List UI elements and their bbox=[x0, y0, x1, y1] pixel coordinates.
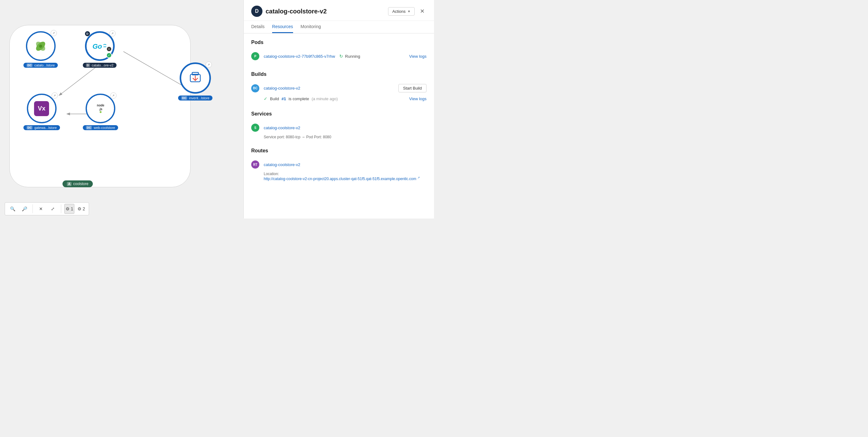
build-info: ✓ Build #1 is complete (a minute ago) Vi… bbox=[251, 95, 427, 102]
pod-view-logs[interactable]: View logs bbox=[409, 54, 427, 59]
topology-canvas: ↗ DC catalo...lstore ↗ ✓ ⊙ D bbox=[0, 0, 243, 218]
go-github-badge: ⊙ bbox=[106, 46, 112, 52]
pod-row: P catalog-coolstore-v2-77b9f7c865-v7rhw … bbox=[251, 49, 427, 63]
external-link-icon: ↗ bbox=[417, 176, 420, 179]
external-link-nodejs[interactable]: ↗ bbox=[110, 92, 117, 99]
external-link-invent[interactable]: ↗ bbox=[206, 62, 212, 68]
vertx-icon: Vx bbox=[34, 101, 49, 116]
svg-point-12 bbox=[100, 111, 101, 113]
detail-panel: D catalog-coolstore-v2 Actions ▼ ✕ Detai… bbox=[243, 0, 434, 218]
pods-section: Pods P catalog-coolstore-v2-77b9f7c865-v… bbox=[251, 40, 427, 63]
detail-content: Pods P catalog-coolstore-v2-77b9f7c865-v… bbox=[244, 33, 434, 218]
external-link-go[interactable]: ↗ bbox=[110, 30, 116, 36]
chevron-down-icon: ▼ bbox=[407, 10, 410, 13]
pod-link[interactable]: catalog-coolstore-v2-77b9f7c865-v7rhw bbox=[264, 54, 335, 59]
route-link[interactable]: catalog-coolstore-v2 bbox=[264, 162, 300, 167]
tab-details[interactable]: Details bbox=[251, 21, 265, 33]
filter1-button[interactable]: ⚙ 1 bbox=[64, 204, 74, 214]
start-build-button[interactable]: Start Build bbox=[398, 84, 427, 92]
routes-title: Routes bbox=[251, 148, 427, 154]
svg-text:Go: Go bbox=[92, 42, 102, 50]
header-right: Actions ▼ ✕ bbox=[388, 7, 427, 15]
node-invent[interactable]: ↗ DC invent...lstore bbox=[178, 62, 213, 101]
page-title: catalog-coolstore-v2 bbox=[266, 8, 327, 15]
build-row: BC catalog-coolstore-v2 Start Build bbox=[251, 81, 427, 95]
service-detail: Service port: 8080-tcp → Pod Port: 8080 bbox=[251, 135, 427, 139]
build-check-icon: ✓ bbox=[264, 96, 268, 101]
app-label[interactable]: A coolstore bbox=[62, 180, 93, 187]
node-spring-label: DC catalo...lstore bbox=[24, 63, 58, 68]
node-invent-label: DC invent...lstore bbox=[178, 96, 213, 101]
build-view-logs[interactable]: View logs bbox=[409, 96, 427, 101]
svg-point-6 bbox=[39, 45, 42, 48]
builds-title: Builds bbox=[251, 71, 427, 77]
pod-icon: P bbox=[251, 52, 259, 60]
go-d-badge: D bbox=[85, 31, 90, 36]
topology-toolbar: 🔍 🔎 ✕ ⤢ ⚙ 1 ⚙ 2 bbox=[5, 202, 89, 215]
routes-section: Routes RT catalog-coolstore-v2 Location:… bbox=[251, 148, 427, 181]
external-link-vertx[interactable]: ↗ bbox=[52, 92, 58, 99]
route-url-link[interactable]: http://catalog-coolstore-v2-cn-project20… bbox=[264, 177, 416, 181]
close-button[interactable]: ✕ bbox=[418, 7, 427, 15]
services-section: Services S catalog-coolstore-v2 Service … bbox=[251, 111, 427, 139]
running-icon: ↻ bbox=[339, 54, 343, 59]
pods-title: Pods bbox=[251, 40, 427, 45]
node-go-label: D catalo...ore-v2 bbox=[83, 63, 117, 68]
route-location: Location: http://catalog-coolstore-v2-cn… bbox=[251, 172, 427, 181]
zoom-out-button[interactable]: 🔎 bbox=[19, 204, 29, 214]
tab-resources[interactable]: Resources bbox=[272, 21, 293, 33]
actions-button[interactable]: Actions ▼ bbox=[388, 7, 415, 15]
tab-monitoring[interactable]: Monitoring bbox=[301, 21, 321, 33]
bc-icon: BC bbox=[251, 84, 259, 92]
service-icon: S bbox=[251, 124, 259, 132]
service-link[interactable]: catalog-coolstore-v2 bbox=[264, 126, 300, 130]
build-number[interactable]: #1 bbox=[281, 96, 286, 101]
node-go[interactable]: ↗ ✓ ⊙ D Go D catalo...ore-v2 bbox=[83, 31, 117, 68]
zoom-in-button[interactable]: 🔍 bbox=[7, 204, 18, 214]
nodejs-icon: node .js bbox=[92, 100, 109, 117]
detail-icon: D bbox=[251, 6, 262, 17]
builds-section: Builds BC catalog-coolstore-v2 Start Bui… bbox=[251, 71, 427, 102]
topology-panel: ↗ DC catalo...lstore ↗ ✓ ⊙ D bbox=[0, 0, 243, 218]
node-nodejs[interactable]: ↗ node .js DC web-coolstore bbox=[83, 94, 118, 130]
node-spring[interactable]: ↗ DC catalo...lstore bbox=[24, 31, 58, 68]
go-status-badge: ✓ bbox=[106, 53, 112, 58]
svg-text:.js: .js bbox=[99, 107, 102, 111]
node-vertx[interactable]: ↗ Vx DC gatewa...lstore bbox=[24, 94, 60, 130]
node-nodejs-label: DC web-coolstore bbox=[83, 125, 118, 130]
go-icon: Go bbox=[92, 41, 107, 51]
fit-button[interactable]: ✕ bbox=[36, 204, 46, 214]
detail-tabs: Details Resources Monitoring bbox=[244, 21, 434, 33]
title-row: D catalog-coolstore-v2 bbox=[251, 6, 327, 17]
expand-button[interactable]: ⤢ bbox=[48, 204, 58, 214]
service-row: S catalog-coolstore-v2 bbox=[251, 121, 427, 134]
services-title: Services bbox=[251, 111, 427, 117]
route-row: RT catalog-coolstore-v2 bbox=[251, 158, 427, 171]
svg-text:node: node bbox=[97, 104, 104, 107]
external-link-spring[interactable]: ↗ bbox=[51, 30, 57, 36]
build-config-link[interactable]: catalog-coolstore-v2 bbox=[264, 86, 300, 91]
route-icon: RT bbox=[251, 161, 259, 169]
pod-status: ↻ Running bbox=[339, 54, 360, 59]
node-vertx-label: DC gatewa...lstore bbox=[24, 125, 60, 130]
detail-header: D catalog-coolstore-v2 Actions ▼ ✕ bbox=[244, 0, 434, 21]
filter2-button[interactable]: ⚙ 2 bbox=[76, 204, 86, 214]
